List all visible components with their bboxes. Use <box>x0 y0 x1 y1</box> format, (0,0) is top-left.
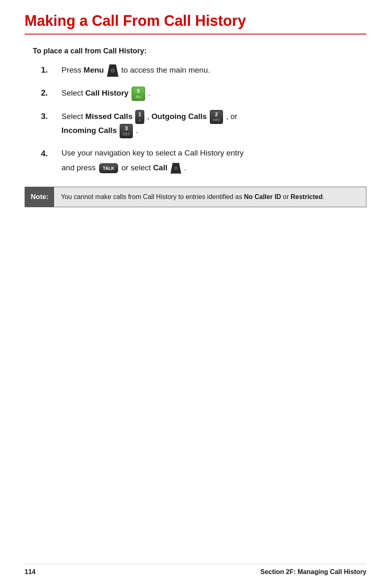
step-3-content: Select Missed Calls 1 ⌂ , Outgoing Calls… <box>61 110 366 138</box>
note-label: Note: <box>25 187 54 207</box>
svg-point-5 <box>175 167 177 169</box>
step-2-number: 2. <box>41 87 59 99</box>
step-3-select: Select <box>61 112 85 121</box>
step-3-number: 3. <box>41 110 59 122</box>
step-3-missed: Missed Calls <box>85 112 132 121</box>
step-3-incoming: Incoming Calls <box>61 126 117 135</box>
page-footer: 114 Section 2F: Managing Call History <box>25 564 366 576</box>
note-bold1: No Caller ID <box>244 193 281 200</box>
2abc-key-icon: 2 ABC <box>210 110 223 124</box>
step-3-or: , or <box>226 112 237 121</box>
note-box: Note: You cannot make calls from Call Hi… <box>25 187 366 207</box>
step-1-number: 1. <box>41 64 59 76</box>
step-4-text3: or select <box>122 163 153 172</box>
talk-button-icon: TALK <box>99 163 118 173</box>
step-2-bold: Call History <box>85 89 129 97</box>
note-text: You cannot make calls from Call History … <box>61 193 244 200</box>
3def-key-icon: 3 DEF <box>120 124 133 138</box>
step-4: 4. Use your navigation key to select a C… <box>41 147 366 175</box>
step-2-text-after: . <box>148 89 150 97</box>
step-3-outgoing: Outgoing Calls <box>152 112 207 121</box>
step-2-text-before: Select <box>61 89 85 97</box>
step-4-text4: . <box>184 163 186 172</box>
footer-section: Section 2F: Managing Call History <box>260 568 366 576</box>
step-2: 2. Select Call History 5 JKL . <box>41 87 366 101</box>
step-4-number: 4. <box>41 147 59 160</box>
step-3: 3. Select Missed Calls 1 ⌂ , Outgoing Ca… <box>41 110 366 138</box>
step-1-text-before: Press <box>61 66 84 74</box>
1-key-icon: 1 ⌂ <box>135 110 144 124</box>
menu-key-icon <box>107 64 118 78</box>
step-1: 1. Press Menu to access the main menu. <box>41 64 366 78</box>
step-4-content: Use your navigation key to select a Call… <box>61 147 366 175</box>
note-text-end: . <box>323 193 324 200</box>
steps-list: 1. Press Menu to access the main menu. 2… <box>41 64 366 174</box>
call-key-icon <box>170 162 181 174</box>
step-4-sub: and press TALK or select Call . <box>61 162 366 174</box>
page-wrapper: Making a Call From Call History To place… <box>0 0 391 588</box>
step-4-text2: and press <box>61 163 95 172</box>
svg-point-2 <box>111 69 114 72</box>
step-1-text-after: to access the main menu. <box>121 66 210 74</box>
subtitle: To place a call from Call History: <box>33 47 366 55</box>
step-4-call-bold: Call <box>153 163 168 172</box>
step-1-bold: Menu <box>84 66 104 74</box>
step-3-period: . <box>136 126 138 135</box>
note-bold2: Restricted <box>291 193 323 200</box>
step-4-text1: Use your navigation key to select a Call… <box>61 149 244 157</box>
step-1-content: Press Menu to access the main menu. <box>61 64 366 78</box>
step-3-comma: , <box>147 112 152 121</box>
page-title: Making a Call From Call History <box>25 12 366 34</box>
page-number: 114 <box>25 568 36 576</box>
step-2-content: Select Call History 5 JKL . <box>61 87 366 101</box>
note-content: You cannot make calls from Call History … <box>54 187 366 207</box>
note-text-mid: or <box>281 193 291 200</box>
5jkl-key-icon: 5 JKL <box>132 87 145 101</box>
